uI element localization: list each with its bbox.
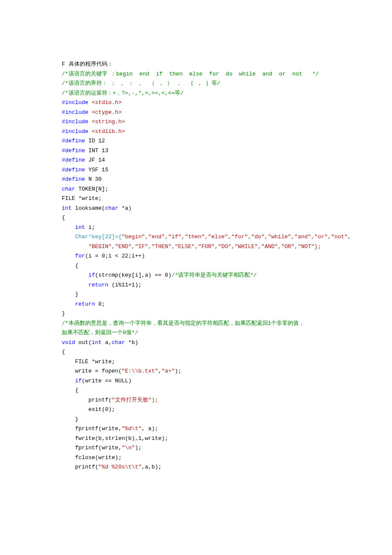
file-write-decl: FILE *write; xyxy=(75,358,115,365)
define-ysf: YSF 15 xyxy=(85,167,109,173)
close-brace: } xyxy=(75,416,78,422)
define-int: INT 13 xyxy=(85,147,109,154)
fopen-mode: "a+" xyxy=(161,368,175,374)
if-null-cond: (write == NULL) xyxy=(82,378,132,384)
define-kw: #define xyxy=(62,167,85,173)
int-kw: int xyxy=(92,339,101,346)
out-arg-a: a, xyxy=(102,339,112,346)
close-brace: } xyxy=(75,291,78,298)
fopen-path: "E:\\b.txt" xyxy=(121,368,158,374)
define-n: N 30 xyxy=(85,176,102,182)
fprintf-1a: fprintf(write, xyxy=(75,425,121,432)
define-kw: #define xyxy=(62,138,85,144)
if-kw: if xyxy=(88,272,95,278)
fmt-dt: "%d\t" xyxy=(121,425,141,432)
open-brace: { xyxy=(62,349,65,355)
fprintf-2a: fprintf(write, xyxy=(75,445,121,451)
strcmp-cond: (strcmp(key[i],a) == 0) xyxy=(95,272,171,278)
close-brace: } xyxy=(62,310,65,317)
code-document: F 具体的程序代码： /*该语言的关键字 ：begin end if then … xyxy=(0,0,392,498)
int-kw: int xyxy=(75,224,85,231)
comment-fn-meaning-2: 如果不匹配，则返回一个0值*/ xyxy=(62,330,138,336)
fwrite-call: fwrite(b,strlen(b),1,write); xyxy=(75,435,168,442)
define-kw: #define xyxy=(62,147,85,154)
fopen-comma: , xyxy=(158,368,161,374)
return-mod: (i%11+1); xyxy=(108,282,141,288)
void-kw: void xyxy=(62,339,75,346)
title: F 具体的程序代码： xyxy=(62,61,113,67)
comment-fn-meaning-1: /*本函数的意思是，查询一个字符串，看其是否与指定的字符相匹配，如果匹配返回1个… xyxy=(62,320,304,327)
comment-delimiters: /*该语言的界符： ； ， ： ， （ ， ） ， ｛ ， ｝等/ xyxy=(62,80,220,87)
define-jf: JF 14 xyxy=(85,157,105,163)
for-loop-cond: (i = 0;i < 22;i++) xyxy=(85,253,145,259)
include-kw: #include xyxy=(62,119,88,125)
char-kw: char xyxy=(62,186,75,192)
if-kw: if xyxy=(75,378,82,384)
open-brace: { xyxy=(62,214,65,221)
char-key-decl: Char*key[22]={ xyxy=(75,234,121,240)
file-decl: FILE *write; xyxy=(62,195,102,202)
include-stdlib: <stdlib.h> xyxy=(88,128,125,135)
return-kw: return xyxy=(88,282,108,288)
fprintf-2b: ); xyxy=(135,445,142,451)
include-stdio: <stdio.h> xyxy=(88,99,121,106)
openfail-str: "文件打开失败"); xyxy=(112,397,158,403)
printf-2a: printf( xyxy=(75,464,98,470)
define-kw: #define xyxy=(62,157,85,163)
include-ctype: <ctype.h> xyxy=(88,109,121,116)
key-array-2: "BEGIN","END","IF","THEN","ELSE","FOR","… xyxy=(88,243,321,250)
char-kw: char xyxy=(112,339,125,346)
define-kw: #define xyxy=(62,176,85,182)
fprintf-1b: , a); xyxy=(141,425,158,432)
exit-call: exit(0); xyxy=(88,406,115,413)
char-kw: char xyxy=(105,205,118,211)
include-kw: #include xyxy=(62,109,88,116)
fmt-last: "%d %20s\t\t" xyxy=(98,464,141,470)
open-brace: { xyxy=(75,387,78,393)
printf-2b: ,a,b); xyxy=(141,464,161,470)
int-i-decl: i; xyxy=(85,224,95,231)
looksame-fn: looksame( xyxy=(72,205,105,211)
return-kw: return xyxy=(75,301,95,307)
include-kw: #include xyxy=(62,99,88,106)
fopen-end: ); xyxy=(175,368,182,374)
char-a-arg: *a) xyxy=(118,205,132,211)
out-arg-b: *b) xyxy=(125,339,138,346)
for-kw: for xyxy=(75,253,85,259)
include-kw: #include xyxy=(62,128,88,135)
token-decl: TOKEN[N]; xyxy=(75,186,108,192)
fopen-call-1: write = fopen( xyxy=(75,368,121,374)
return-zero: 0; xyxy=(95,301,105,307)
out-fn: out( xyxy=(75,339,92,346)
open-brace: { xyxy=(75,263,78,269)
int-kw: int xyxy=(62,205,72,211)
comment-keywords: /*该语言的关键字 ：begin end if then else for do… xyxy=(62,71,319,77)
key-array-1: "begin","end","if","then","else","for","… xyxy=(121,234,351,240)
include-string: <string.h> xyxy=(88,119,125,125)
printf-call: printf( xyxy=(88,397,112,403)
fclose-call: fclose(write); xyxy=(75,454,121,461)
define-id: ID 12 xyxy=(85,138,105,144)
comment-operators: /*该语言的运算符：+，?=,-,*,>,>=,<,<=等/ xyxy=(62,90,184,96)
comment-keyword-match: /*该字符串是否与关键字相匹配*/ xyxy=(171,272,257,278)
fmt-nl: "\n" xyxy=(121,445,135,451)
